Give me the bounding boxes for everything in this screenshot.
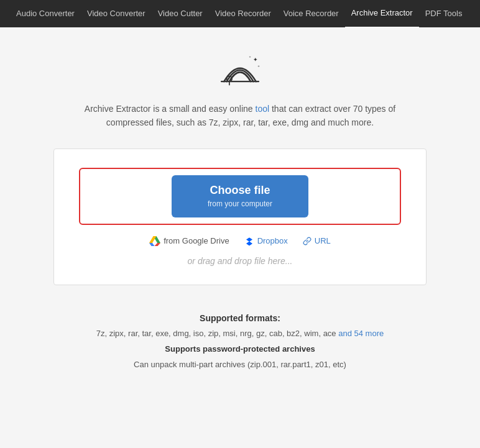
- nav-audio-converter[interactable]: Audio Converter: [10, 0, 81, 27]
- navigation: Audio Converter Video Converter Video Cu…: [0, 0, 480, 27]
- svg-marker-7: [149, 243, 155, 246]
- svg-marker-9: [155, 243, 161, 246]
- google-drive-label: from Google Drive: [164, 236, 229, 245]
- multipart-support: Can unpack multi-part archives (zip.001,…: [12, 357, 468, 373]
- hero-icon: ✦ + +: [215, 52, 265, 89]
- choose-file-button[interactable]: Choose file from your computer: [172, 175, 308, 217]
- choose-file-sublabel: from your computer: [208, 199, 272, 208]
- google-drive-icon: [149, 236, 160, 246]
- main-content: ✦ + + Archive Extractor is a small and e…: [0, 27, 480, 385]
- svg-text:+: +: [249, 55, 251, 58]
- nav-video-recorder[interactable]: Video Recorder: [209, 0, 277, 27]
- url-link[interactable]: URL: [303, 236, 331, 245]
- password-support: Supports password-protected archives: [12, 342, 468, 357]
- more-formats-link[interactable]: and 54 more: [338, 329, 384, 338]
- choose-file-label: Choose file: [210, 184, 270, 197]
- svg-marker-11: [246, 237, 252, 245]
- svg-text:✦: ✦: [253, 57, 258, 63]
- upload-area: Choose file from your computer from Goog…: [53, 149, 427, 285]
- nav-pdf-tools[interactable]: PDF Tools: [419, 0, 469, 27]
- supported-formats: 7z, zipx, rar, tar, exe, dmg, iso, zip, …: [12, 326, 468, 342]
- supported-title: Supported formats:: [12, 310, 468, 327]
- dropbox-label: Dropbox: [257, 236, 288, 245]
- nav-video-converter[interactable]: Video Converter: [81, 0, 152, 27]
- cloud-sources: from Google Drive Dropbox URL: [149, 236, 331, 246]
- drag-drop-text: or drag and drop file here...: [188, 256, 293, 266]
- hero-description: Archive Extractor is a small and easy on…: [85, 102, 395, 130]
- dropbox-link[interactable]: Dropbox: [244, 236, 288, 246]
- google-drive-link[interactable]: from Google Drive: [149, 236, 229, 246]
- url-label: URL: [315, 236, 331, 245]
- svg-text:+: +: [257, 64, 260, 68]
- dropbox-icon: [244, 236, 254, 246]
- supported-section: Supported formats: 7z, zipx, rar, tar, e…: [12, 310, 468, 373]
- drop-zone[interactable]: Choose file from your computer: [79, 168, 401, 225]
- nav-archive-extractor[interactable]: Archive Extractor: [345, 0, 419, 28]
- link-icon: [303, 237, 312, 245]
- tool-link[interactable]: tool: [256, 104, 270, 114]
- nav-voice-recorder[interactable]: Voice Recorder: [277, 0, 345, 27]
- nav-video-cutter[interactable]: Video Cutter: [152, 0, 209, 27]
